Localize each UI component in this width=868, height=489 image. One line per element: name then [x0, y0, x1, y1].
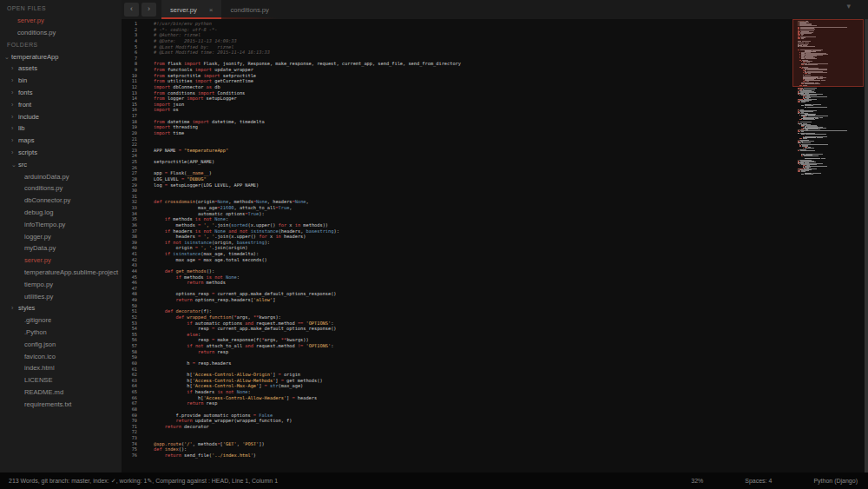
code-line[interactable]: 64 h['Access-Control-Max-Age'] = str(max… — [122, 383, 788, 389]
open-file-conditions.py[interactable]: conditions.py — [0, 27, 122, 39]
tree-folder-lib[interactable]: ›lib — [0, 122, 122, 135]
code-line[interactable]: 31 — [122, 194, 788, 200]
tree-file-.gitignore[interactable]: .gitignore — [0, 314, 122, 327]
close-icon[interactable]: × — [209, 6, 214, 14]
tree-file-utilities.py[interactable]: utilities.py — [0, 291, 122, 303]
code-line[interactable]: 2# -*- coding: utf-8 -*- — [122, 27, 788, 33]
code-line[interactable]: 17 — [122, 113, 788, 119]
code-line[interactable]: 61 — [122, 367, 788, 373]
code-line[interactable]: 43 — [122, 262, 788, 268]
code-line[interactable]: 73 — [122, 435, 788, 441]
code-line[interactable]: 45 if methods is not None: — [122, 274, 788, 281]
code-line[interactable]: 5# @Last Modified by: riznel — [122, 44, 788, 50]
tree-file-server.py[interactable]: server.py — [0, 254, 122, 267]
code-line[interactable]: 38 headers = ', '.join(x.upper() for x i… — [122, 234, 788, 240]
code-line[interactable]: 50 — [122, 303, 788, 309]
code-line[interactable]: 20import time — [122, 130, 788, 136]
code-line[interactable]: 8from flask import Flask, jsonify, Respo… — [122, 61, 788, 67]
chevron-right-icon[interactable]: › — [11, 302, 18, 314]
code-line[interactable]: 26 — [122, 165, 788, 171]
chevron-right-icon[interactable]: › — [11, 99, 18, 111]
code-line[interactable]: 53 if automatic_options and request.meth… — [122, 320, 788, 327]
code-line[interactable]: 57 if not attach_to_all and request.meth… — [122, 343, 788, 349]
code-line[interactable]: 63 h['Access-Control-Allow-Methods'] = g… — [122, 378, 788, 384]
chevron-right-icon[interactable]: › — [11, 111, 18, 123]
chevron-right-icon[interactable]: › — [11, 122, 18, 135]
tree-file-conditions.py[interactable]: conditions.py — [0, 182, 122, 195]
code-line[interactable]: 48 options_resp = current_app.make_defau… — [122, 291, 788, 297]
code-line[interactable]: 51 def decorator(f): — [122, 308, 788, 314]
tree-file-index.html[interactable]: index.html — [0, 362, 122, 374]
tree-folder-bin[interactable]: ›bin — [0, 75, 122, 87]
code-line[interactable]: 52 def wrapped_function(*args, **kwargs)… — [122, 314, 788, 320]
code-line[interactable]: 60 h = resp.headers — [122, 360, 788, 367]
code-line[interactable]: 4# @Date: 2015-11-13 14:09:33 — [122, 38, 788, 44]
code-line[interactable]: 58 return resp — [122, 349, 788, 355]
tree-file-arduinoData.py[interactable]: arduinoData.py — [0, 171, 122, 183]
tree-folder-maps[interactable]: ›maps — [0, 135, 122, 147]
tree-file-LICENSE[interactable]: LICENSE — [0, 374, 122, 387]
code-line[interactable]: 10from setproctitle import setproctitle — [122, 73, 788, 79]
code-line[interactable]: 40 origin = ', '.join(origin) — [122, 245, 788, 251]
code-line[interactable]: 16import os — [122, 107, 788, 113]
tree-file-config.json[interactable]: config.json — [0, 339, 122, 351]
code-line[interactable]: 70 return update_wrapper(wrapped_functio… — [122, 418, 788, 424]
code-line[interactable]: 7 — [122, 56, 788, 62]
chevron-down-icon[interactable]: ⌄ — [11, 159, 18, 171]
code-line[interactable]: 49 return options_resp.headers['allow'] — [122, 297, 788, 303]
chevron-right-icon[interactable]: › — [11, 63, 18, 75]
minimap-viewport[interactable] — [792, 19, 864, 87]
code-line[interactable]: 19import threading — [122, 124, 788, 130]
code-line[interactable]: 6# @Last Modified time: 2015-11-14 18:13… — [122, 50, 788, 56]
tree-file-logger.py[interactable]: logger.py — [0, 231, 122, 243]
code-line[interactable]: 34 automatic_options=True): — [122, 211, 788, 217]
code-line[interactable]: 3# @Author: riznel — [122, 32, 788, 38]
chevron-right-icon[interactable]: › — [11, 135, 18, 147]
code-line[interactable]: 47 — [122, 286, 788, 292]
code-line[interactable]: 25setproctitle(APP_NAME) — [122, 159, 788, 165]
tree-file-.Python[interactable]: .Python — [0, 327, 122, 339]
chevron-right-icon[interactable]: › — [11, 87, 18, 99]
nav-back-button[interactable]: ‹ — [124, 3, 139, 17]
tree-file-favicon.ico[interactable]: favicon.ico — [0, 351, 122, 363]
code-line[interactable]: 33 max_age=21600, attach_to_all=True, — [122, 205, 788, 211]
tree-folder-styles[interactable]: ›styles — [0, 302, 122, 314]
code-line[interactable]: 39 if not isinstance(origin, basestring)… — [122, 240, 788, 246]
code-line[interactable]: 13from conditions import Conditions — [122, 90, 788, 96]
tree-folder-include[interactable]: ›include — [0, 111, 122, 123]
code-line[interactable]: 76 return send_file('../index.html') — [122, 453, 788, 459]
code-line[interactable]: 55 else: — [122, 332, 788, 338]
code-line[interactable]: 36 methods = ', '.join(sorted(x.upper() … — [122, 222, 788, 228]
status-syntax-mode[interactable]: Python (Django) — [813, 478, 858, 484]
code-line[interactable]: 59 — [122, 354, 788, 360]
code-line[interactable]: 62 h['Access-Control-Allow-Origin'] = or… — [122, 372, 788, 378]
code-line[interactable]: 69 f.provide_automatic_options = False — [122, 413, 788, 419]
code-line[interactable]: 29log = setupLogger(LOG_LEVEL, APP_NAME) — [122, 182, 788, 188]
code-line[interactable]: 30 — [122, 188, 788, 194]
code-line[interactable]: 68 — [122, 406, 788, 413]
code-line[interactable]: 1#!/usr/bin/env python — [122, 21, 788, 27]
code-line[interactable]: 23APP_NAME = "temperatureApp" — [122, 148, 788, 154]
tree-file-temperatureApp.sublime-project[interactable]: temperatureApp.sublime-project — [0, 267, 122, 279]
tree-file-tiempo.py[interactable]: tiempo.py — [0, 279, 122, 291]
tree-folder-temperatureApp[interactable]: ⌄temperatureApp — [0, 51, 122, 63]
tree-folder-src[interactable]: ⌄src — [0, 159, 122, 171]
scrollbar-track[interactable] — [865, 19, 868, 472]
code-line[interactable]: 24 — [122, 153, 788, 159]
tree-file-debug.log[interactable]: debug.log — [0, 207, 122, 219]
code-line[interactable]: 35 if methods is not None: — [122, 216, 788, 222]
code-line[interactable]: 28LOG_LEVEL = "DEBUG" — [122, 176, 788, 182]
tree-file-requirements.txt[interactable]: requirements.txt — [0, 399, 122, 411]
code-line[interactable]: 67 return resp — [122, 400, 788, 406]
tree-folder-assets[interactable]: ›assets — [0, 63, 122, 75]
code-area[interactable]: 1#!/usr/bin/env python2# -*- coding: utf… — [122, 21, 788, 459]
nav-forward-button[interactable]: › — [141, 3, 156, 17]
code-line[interactable]: 46 return methods — [122, 280, 788, 286]
tab-overflow-chevron-icon[interactable]: ▾ — [846, 2, 851, 10]
tree-file-dbConnector.py[interactable]: dbConnector.py — [0, 195, 122, 207]
tab-conditions.py[interactable]: conditions.py — [221, 0, 277, 19]
open-file-server.py[interactable]: server.py — [0, 15, 122, 27]
status-indent-setting[interactable]: Spaces: 4 — [745, 478, 772, 484]
code-line[interactable]: 12import dbConnector as db — [122, 84, 788, 90]
tab-server.py[interactable]: server.py× — [161, 0, 221, 19]
